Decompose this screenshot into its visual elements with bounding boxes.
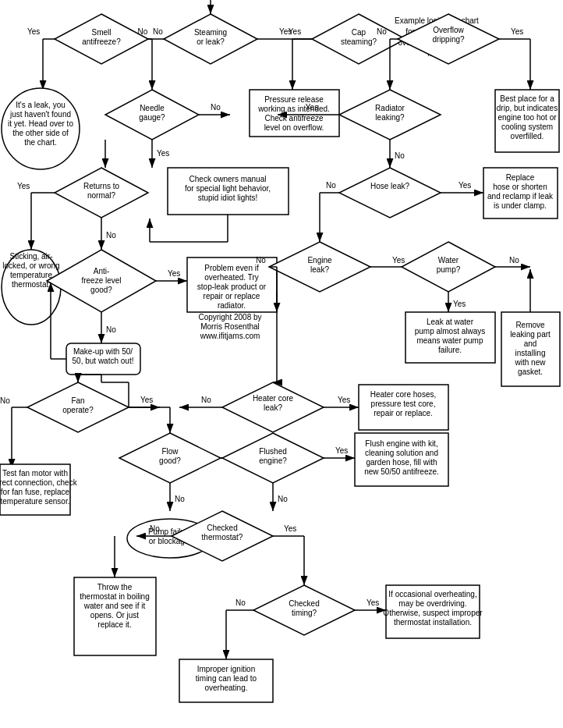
svg-text:repair or replace: repair or replace xyxy=(204,292,260,300)
svg-text:Fan: Fan xyxy=(71,396,84,405)
svg-text:stupid idiot lights!: stupid idiot lights! xyxy=(198,194,258,202)
svg-text:No: No xyxy=(377,27,387,36)
svg-text:Test fan motor with: Test fan motor with xyxy=(2,469,68,478)
svg-text:for fan fuse, replace: for fan fuse, replace xyxy=(1,488,70,496)
svg-text:engine too hot or: engine too hot or xyxy=(497,113,557,122)
svg-text:the other side of: the other side of xyxy=(12,129,69,137)
svg-text:Checked: Checked xyxy=(207,524,237,532)
svg-text:overheated. Try: overheated. Try xyxy=(204,273,258,282)
svg-text:Overflow: Overflow xyxy=(433,26,464,34)
svg-text:timing?: timing? xyxy=(292,609,317,617)
svg-text:just haven't found: just haven't found xyxy=(9,110,71,119)
svg-text:Smell: Smell xyxy=(91,28,111,37)
svg-text:No: No xyxy=(278,495,288,503)
svg-text:Needle: Needle xyxy=(140,104,165,112)
svg-text:locked, or wrong: locked, or wrong xyxy=(2,261,59,270)
svg-text:Replace: Replace xyxy=(506,173,535,182)
flowchart: Example logic flow chart for diagnosing … xyxy=(0,0,563,728)
svg-text:overheating.: overheating. xyxy=(204,684,247,692)
svg-text:Yes: Yes xyxy=(338,396,350,404)
svg-text:No: No xyxy=(175,495,185,503)
svg-text:Remove: Remove xyxy=(515,321,545,329)
copyright: Copyright 2008 by xyxy=(198,313,261,321)
svg-text:may be overdriving.: may be overdriving. xyxy=(398,599,466,608)
svg-text:for special light behavior,: for special light behavior, xyxy=(185,184,271,193)
svg-text:antifreeze?: antifreeze? xyxy=(82,37,121,46)
svg-text:direct connection, check: direct connection, check xyxy=(0,478,78,487)
svg-text:freeze level: freeze level xyxy=(81,276,121,285)
svg-text:cooling system: cooling system xyxy=(501,123,553,131)
svg-text:Yes: Yes xyxy=(284,524,296,533)
svg-text:leaking?: leaking? xyxy=(375,113,405,122)
svg-text:cleaning solution and: cleaning solution and xyxy=(365,449,438,457)
svg-text:radiator.: radiator. xyxy=(218,301,246,310)
svg-text:Throw the: Throw the xyxy=(97,583,133,591)
svg-text:timing can lead to: timing can lead to xyxy=(196,674,257,683)
svg-text:Yes: Yes xyxy=(366,598,379,607)
svg-text:dripping?: dripping? xyxy=(432,35,465,44)
svg-text:leak?: leak? xyxy=(310,265,329,274)
svg-text:It's a leak, you: It's a leak, you xyxy=(16,101,66,109)
svg-text:gasket.: gasket. xyxy=(518,368,543,376)
svg-text:means water pump: means water pump xyxy=(416,336,483,345)
svg-text:Yes: Yes xyxy=(335,446,348,455)
svg-text:operate?: operate? xyxy=(62,406,94,414)
svg-text:No: No xyxy=(326,181,336,190)
svg-text:Otherwise, suspect improper: Otherwise, suspect improper xyxy=(383,609,483,617)
svg-text:it yet. Head over to: it yet. Head over to xyxy=(8,119,73,128)
svg-text:No: No xyxy=(106,231,116,240)
svg-text:Yes: Yes xyxy=(157,149,169,158)
svg-text:Make-up with 50/: Make-up with 50/ xyxy=(73,347,133,356)
svg-text:level on overflow.: level on overflow. xyxy=(264,123,324,132)
svg-text:thermostat?: thermostat? xyxy=(202,533,243,542)
svg-text:pump almost always: pump almost always xyxy=(415,327,486,336)
svg-text:thermostat.: thermostat. xyxy=(12,280,51,289)
svg-text:Sticking, air-: Sticking, air- xyxy=(9,252,52,261)
svg-text:replace it.: replace it. xyxy=(97,620,131,629)
svg-text:pressure test core,: pressure test core, xyxy=(371,400,436,408)
svg-text:No: No xyxy=(150,524,160,533)
hose-leak-diamond xyxy=(339,168,441,218)
svg-text:Yes: Yes xyxy=(459,181,471,190)
svg-text:Yes: Yes xyxy=(392,256,405,265)
svg-text:with new: with new xyxy=(515,358,547,367)
svg-text:Yes: Yes xyxy=(17,182,30,190)
svg-text:temperature: temperature xyxy=(10,271,52,279)
svg-text:good?: good? xyxy=(90,286,112,294)
svg-text:Hose leak?: Hose leak? xyxy=(370,182,409,190)
svg-text:No: No xyxy=(235,598,246,607)
svg-text:hose or shorten: hose or shorten xyxy=(493,183,547,191)
svg-text:repair or replace.: repair or replace. xyxy=(374,409,433,417)
svg-text:good?: good? xyxy=(159,456,181,465)
svg-text:Problem even if: Problem even if xyxy=(204,264,259,272)
svg-text:steaming?: steaming? xyxy=(341,37,377,46)
svg-text:Flushed: Flushed xyxy=(259,447,287,456)
svg-text:If occasional overheating,: If occasional overheating, xyxy=(388,590,476,598)
svg-text:Yes: Yes xyxy=(27,27,40,36)
svg-text:failure.: failure. xyxy=(438,346,462,354)
svg-text:Water: Water xyxy=(438,256,459,265)
svg-text:stop-leak product or: stop-leak product or xyxy=(197,282,267,291)
svg-text:Steaming: Steaming xyxy=(194,28,227,37)
svg-text:Yes: Yes xyxy=(279,27,292,36)
svg-text:garden hose, fill with: garden hose, fill with xyxy=(366,458,437,467)
svg-text:No: No xyxy=(256,256,266,265)
svg-text:Best place for a: Best place for a xyxy=(500,94,554,103)
svg-text:50, but watch out!: 50, but watch out! xyxy=(73,357,134,365)
svg-text:the chart.: the chart. xyxy=(24,138,57,147)
svg-text:Morris Rosenthal: Morris Rosenthal xyxy=(200,322,260,331)
svg-text:Improper ignition: Improper ignition xyxy=(197,665,255,673)
svg-text:No: No xyxy=(509,256,519,265)
svg-text:Yes: Yes xyxy=(140,396,153,404)
svg-text:Yes: Yes xyxy=(453,300,466,308)
svg-text:www.ifitjams.com: www.ifitjams.com xyxy=(200,332,260,340)
svg-text:water and see if it: water and see if it xyxy=(83,602,146,610)
svg-text:thermostat installation.: thermostat installation. xyxy=(394,618,472,627)
svg-text:Anti-: Anti- xyxy=(94,267,110,275)
svg-text:Cap: Cap xyxy=(352,28,366,37)
svg-text:Yes: Yes xyxy=(168,269,180,278)
svg-text:No: No xyxy=(211,103,221,112)
svg-text:Heater core hoses,: Heater core hoses, xyxy=(370,390,437,399)
svg-text:No: No xyxy=(201,396,211,404)
svg-text:temperature sensor.: temperature sensor. xyxy=(1,497,70,506)
